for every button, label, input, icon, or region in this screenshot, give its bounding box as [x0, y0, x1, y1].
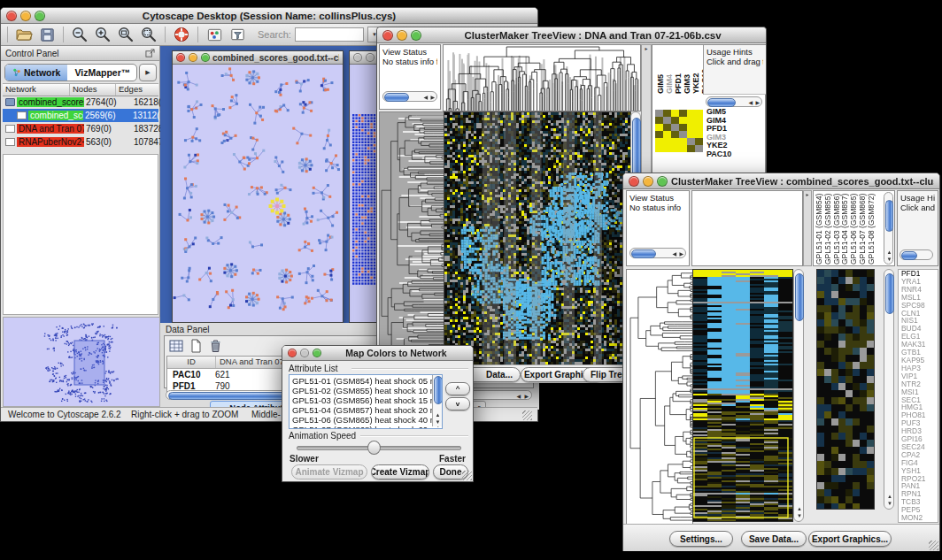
treeview2-resize-grip[interactable]: [929, 541, 938, 550]
network-list-row[interactable]: combined_sco 2569(6) 13112(15): [3, 109, 158, 122]
column-label[interactable]: GIM3: [683, 46, 691, 94]
close-button[interactable]: [6, 11, 17, 21]
heatmap-canvas[interactable]: [444, 111, 631, 365]
minimize-button[interactable]: [189, 53, 197, 62]
zoom-button[interactable]: [657, 176, 668, 187]
scroll-left-arrow[interactable]: ◀: [672, 251, 676, 257]
column-label[interactable]: YKE2: [692, 46, 700, 94]
more-tabs-button[interactable]: ▶: [139, 64, 157, 81]
column-label[interactable]: GPL51-01 (GSM854): [815, 190, 824, 265]
attribute-item[interactable]: GPL51-06 (GSM865) heat shock 40 min: [292, 415, 442, 425]
close-button[interactable]: [629, 176, 639, 187]
gene-label[interactable]: MON2: [901, 514, 938, 522]
network-list-row[interactable]: DNA and Tran 07 769(0) 183728(0): [3, 122, 158, 135]
search-input[interactable]: [295, 27, 364, 42]
hints-hscrollbar[interactable]: [900, 249, 933, 260]
column-label[interactable]: GIM5: [657, 46, 665, 94]
column-label[interactable]: GPL51-04 (GSM857): [841, 190, 850, 265]
network-window-1-titlebar[interactable]: combined_scores_good.txt--cluste...: [173, 51, 343, 65]
list-vscrollbar[interactable]: ▲ ▼: [432, 375, 442, 426]
status-hscrollbar[interactable]: ◀ ▶: [382, 91, 437, 102]
scroll-up-arrow[interactable]: ▲: [887, 249, 892, 255]
attribute-item[interactable]: GPL51-04 (GSM857) heat shock 20 min: [292, 405, 442, 415]
zoom-in-button[interactable]: [93, 25, 112, 44]
close-button[interactable]: [382, 30, 393, 41]
column-label[interactable]: GPL51-07 (GSM868): [859, 190, 868, 265]
scroll-down-arrow[interactable]: ▼: [887, 501, 892, 506]
tab-vizmapper[interactable]: VizMapper™: [67, 65, 137, 81]
float-window-icon[interactable]: [145, 49, 155, 58]
minimize-button[interactable]: [397, 30, 407, 41]
move-up-button[interactable]: ^: [445, 382, 470, 395]
network-view-canvas[interactable]: [173, 65, 341, 320]
column-label[interactable]: GPL51-03 (GSM856): [833, 190, 842, 265]
treeview2-titlebar[interactable]: ClusterMaker TreeView : combined_scores_…: [623, 173, 939, 189]
heatmap-canvas[interactable]: [692, 269, 793, 522]
column-label[interactable]: GPL51-06 (GSM865): [850, 190, 859, 265]
column-label[interactable]: GIM4: [666, 46, 674, 94]
scroll-right-arrow[interactable]: ▶: [430, 95, 435, 100]
save-data-button[interactable]: Save Data...: [741, 531, 807, 547]
move-down-button[interactable]: v: [445, 397, 470, 410]
minimize-button[interactable]: [20, 11, 31, 21]
resize-grip[interactable]: [522, 410, 532, 420]
heatmap-vscrollbar[interactable]: ▲ ▼: [793, 269, 804, 522]
hints-hscrollbar[interactable]: ◀ ▶: [706, 96, 762, 107]
network-list-row[interactable]: RNAPuberNov2+ 563(0) 107847(0): [3, 135, 158, 149]
main-titlebar[interactable]: Cytoscape Desktop (Session Name: collins…: [1, 8, 537, 24]
zoom-button[interactable]: [313, 349, 321, 357]
minimize-button[interactable]: [643, 176, 653, 187]
zoom-button[interactable]: [35, 11, 45, 21]
row-dendrogram-canvas[interactable]: [379, 111, 444, 365]
labels-vscrollbar[interactable]: ▲ ▼: [884, 192, 893, 265]
column-dendrogram-area[interactable]: [691, 190, 803, 266]
scroll-left-arrow[interactable]: ◀: [748, 100, 753, 105]
column-label[interactable]: PFD1: [675, 46, 683, 94]
network-list-row[interactable]: combined_scores 2764(0) 16218(0): [3, 96, 158, 109]
vizmapper-button[interactable]: [205, 25, 224, 44]
table-view-button[interactable]: [168, 338, 184, 356]
status-hscrollbar[interactable]: ◀ ▶: [629, 248, 686, 258]
zoom-fit-button[interactable]: [139, 25, 158, 44]
attribute-item[interactable]: GPL51-03 (GSM856) heat shock 15 min: [292, 395, 442, 405]
animate-vizmap-button[interactable]: Animate Vizmap: [291, 464, 367, 479]
close-button[interactable]: [288, 349, 297, 357]
close-button[interactable]: [353, 53, 362, 62]
row-dendrogram-canvas[interactable]: [626, 269, 693, 525]
zoom-heatmap-canvas[interactable]: [816, 269, 875, 510]
minimize-button[interactable]: [366, 53, 374, 62]
network-window-1[interactable]: combined_scores_good.txt--cluste...: [172, 50, 344, 323]
settings-button[interactable]: Settings...: [669, 531, 733, 547]
zoom-heatmap-vscrollbar[interactable]: ▲ ▼: [884, 269, 894, 510]
column-dendrogram-canvas[interactable]: [443, 44, 641, 111]
scroll-up-arrow[interactable]: ▲: [436, 412, 441, 418]
export-graphics-button[interactable]: Export Graphics...: [808, 531, 892, 547]
scroll-right-arrow[interactable]: ▶: [679, 251, 683, 257]
create-vizmap-button[interactable]: Create Vizmap: [371, 464, 429, 479]
scroll-right-arrow[interactable]: ▶: [524, 394, 529, 399]
speed-slider-thumb[interactable]: [367, 441, 381, 455]
zoom-out-button[interactable]: [70, 25, 89, 44]
scroll-up-arrow[interactable]: ▲: [797, 506, 802, 511]
scroll-up-arrow[interactable]: ▲: [887, 494, 892, 499]
correlation-matrix-canvas[interactable]: [655, 110, 703, 152]
new-attribute-button[interactable]: [188, 338, 204, 356]
column-label[interactable]: GPL51-02 (GSM855): [824, 190, 833, 265]
delete-attribute-button[interactable]: [207, 338, 223, 356]
attribute-item[interactable]: GPL51-02 (GSM855) heat shock 10 min: [292, 386, 442, 395]
close-button[interactable]: [176, 53, 185, 62]
zoom-selected-button[interactable]: [116, 25, 135, 44]
scroll-right-arrow[interactable]: ▶: [755, 100, 760, 105]
dendrogram-splitter[interactable]: ▸: [803, 190, 812, 266]
treeview1-titlebar[interactable]: ClusterMaker TreeView : DNA and Tran 07-…: [377, 27, 766, 43]
matrix-label[interactable]: PAC10: [706, 150, 731, 159]
dialog-resize-grip[interactable]: [462, 471, 472, 480]
save-session-button[interactable]: [37, 25, 57, 44]
scroll-left-arrow[interactable]: ◀: [516, 394, 521, 399]
zoom-button[interactable]: [201, 53, 210, 62]
attribute-item[interactable]: GPL51-01 (GSM854) heat shock 05 min: [292, 376, 442, 386]
scroll-left-arrow[interactable]: ◀: [423, 95, 428, 100]
column-label[interactable]: GPL51-08 (GSM872): [868, 190, 876, 265]
birdseye-view-canvas[interactable]: [3, 317, 160, 407]
attribute-listbox[interactable]: GPL51-01 (GSM854) heat shock 05 minGPL51…: [289, 374, 443, 429]
